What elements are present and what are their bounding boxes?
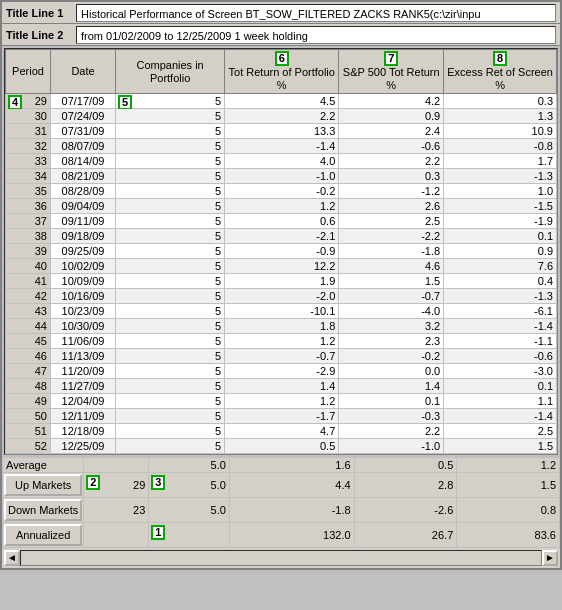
scroll-left-button[interactable]: ◄	[4, 550, 20, 566]
date-cell: 08/21/09	[51, 169, 116, 184]
scroll-right-button[interactable]: ►	[542, 550, 558, 566]
table-row: 3308/14/0954.02.21.7	[6, 154, 557, 169]
tot-return-cell: 1.9	[225, 274, 339, 289]
title-line-2-value: from 01/02/2009 to 12/25/2009 1 week hol…	[76, 26, 556, 44]
sp500-cell: -1.8	[339, 244, 444, 259]
up-markets-button[interactable]: Up Markets	[4, 474, 82, 496]
period-cell: 41	[6, 274, 51, 289]
companies-cell: 5	[116, 154, 225, 169]
period-cell: 32	[6, 139, 51, 154]
sp500-cell: -0.3	[339, 409, 444, 424]
average-companies: 5.0	[149, 458, 230, 473]
tot-return-cell: -1.7	[225, 409, 339, 424]
period-cell: 429	[6, 94, 51, 109]
date-cell: 08/28/09	[51, 184, 116, 199]
annualized-excess-ret: 83.6	[457, 523, 560, 548]
companies-cell: 5	[116, 274, 225, 289]
companies-cell: 5	[116, 319, 225, 334]
sp500-cell: -2.2	[339, 229, 444, 244]
up-markets-row: Up Markets 2 29 3 5.0 4.4 2.8 1.5	[3, 473, 560, 498]
companies-cell: 5	[116, 304, 225, 319]
companies-cell: 5	[116, 184, 225, 199]
excess-ret-cell: -1.3	[444, 169, 557, 184]
table-row: 4611/13/095-0.7-0.2-0.6	[6, 349, 557, 364]
companies-cell: 5	[116, 334, 225, 349]
sp500-cell: 2.2	[339, 424, 444, 439]
bottom-section: Average 5.0 1.6 0.5 1.2 Up Markets 2 29 …	[2, 457, 560, 548]
period-cell: 42	[6, 289, 51, 304]
sp500-cell: 0.9	[339, 109, 444, 124]
tot-return-cell: -0.9	[225, 244, 339, 259]
table-row: 5112/18/0954.72.22.5	[6, 424, 557, 439]
down-markets-row: Down Markets 23 5.0 -1.8 -2.6 0.8	[3, 498, 560, 523]
annualized-sp500: 26.7	[354, 523, 457, 548]
table-row: 3709/11/0950.62.5-1.9	[6, 214, 557, 229]
excess-ret-cell: 1.3	[444, 109, 557, 124]
sp500-cell: -0.6	[339, 139, 444, 154]
companies-cell: 5	[116, 109, 225, 124]
up-markets-tot-return: 4.4	[229, 473, 354, 498]
table-row: 4010/02/09512.24.67.6	[6, 259, 557, 274]
col-period: Period	[6, 50, 51, 94]
date-cell: 12/04/09	[51, 394, 116, 409]
date-cell: 09/18/09	[51, 229, 116, 244]
annualized-row: Annualized 1 132.0 26.7 83.6	[3, 523, 560, 548]
sp500-cell: 2.4	[339, 124, 444, 139]
table-row: 4511/06/0951.22.3-1.1	[6, 334, 557, 349]
excess-ret-cell: 1.1	[444, 394, 557, 409]
down-markets-button[interactable]: Down Markets	[4, 499, 82, 521]
period-cell: 52	[6, 439, 51, 454]
sp500-cell: -0.7	[339, 289, 444, 304]
tot-return-cell: -0.7	[225, 349, 339, 364]
excess-ret-cell: -0.6	[444, 349, 557, 364]
date-cell: 12/11/09	[51, 409, 116, 424]
table-row: 3809/18/095-2.1-2.20.1	[6, 229, 557, 244]
sp500-cell: 3.2	[339, 319, 444, 334]
period-cell: 35	[6, 184, 51, 199]
tot-return-cell: 12.2	[225, 259, 339, 274]
down-markets-companies: 5.0	[149, 498, 230, 523]
excess-ret-cell: 2.5	[444, 424, 557, 439]
tot-return-cell: 1.2	[225, 199, 339, 214]
tot-return-cell: 1.8	[225, 319, 339, 334]
horizontal-scrollbar[interactable]: ◄ ►	[2, 548, 560, 568]
date-cell: 07/24/09	[51, 109, 116, 124]
sp500-cell: 1.5	[339, 274, 444, 289]
table-row: 4310/23/095-10.1-4.0-6.1	[6, 304, 557, 319]
companies-cell: 5	[116, 289, 225, 304]
excess-ret-cell: 0.3	[444, 94, 557, 109]
period-cell: 44	[6, 319, 51, 334]
tot-return-cell: 13.3	[225, 124, 339, 139]
companies-cell: 5	[116, 244, 225, 259]
period-cell: 49	[6, 394, 51, 409]
sp500-cell: 4.6	[339, 259, 444, 274]
period-cell: 45	[6, 334, 51, 349]
tot-return-cell: 1.2	[225, 394, 339, 409]
scroll-track[interactable]	[20, 550, 542, 566]
companies-cell: 5	[116, 439, 225, 454]
date-cell: 10/16/09	[51, 289, 116, 304]
excess-ret-cell: 1.5	[444, 439, 557, 454]
up-markets-count-cell: 2 29	[84, 473, 149, 498]
companies-cell: 5	[116, 424, 225, 439]
tot-return-cell: 1.2	[225, 334, 339, 349]
main-table: Period Date Companies in Portfolio 6 Tot…	[5, 49, 557, 454]
tot-return-cell: 0.6	[225, 214, 339, 229]
table-row: 5012/11/095-1.7-0.3-1.4	[6, 409, 557, 424]
sp500-cell: 2.5	[339, 214, 444, 229]
col-sp500: 7 S&P 500 Tot Return %	[339, 50, 444, 94]
excess-ret-cell: 0.1	[444, 229, 557, 244]
period-cell: 51	[6, 424, 51, 439]
table-row: 3208/07/095-1.4-0.6-0.8	[6, 139, 557, 154]
table-row: 3508/28/095-0.2-1.21.0	[6, 184, 557, 199]
average-excess-ret: 1.2	[457, 458, 560, 473]
table-row: 3909/25/095-0.9-1.80.9	[6, 244, 557, 259]
excess-ret-cell: 10.9	[444, 124, 557, 139]
annualized-tot-return: 132.0	[229, 523, 354, 548]
tot-return-cell: 0.5	[225, 439, 339, 454]
excess-ret-cell: -1.3	[444, 289, 557, 304]
excess-ret-cell: -3.0	[444, 364, 557, 379]
table-row: 3107/31/09513.32.410.9	[6, 124, 557, 139]
box-label-6: 6	[275, 51, 289, 66]
annualized-button[interactable]: Annualized	[4, 524, 82, 546]
